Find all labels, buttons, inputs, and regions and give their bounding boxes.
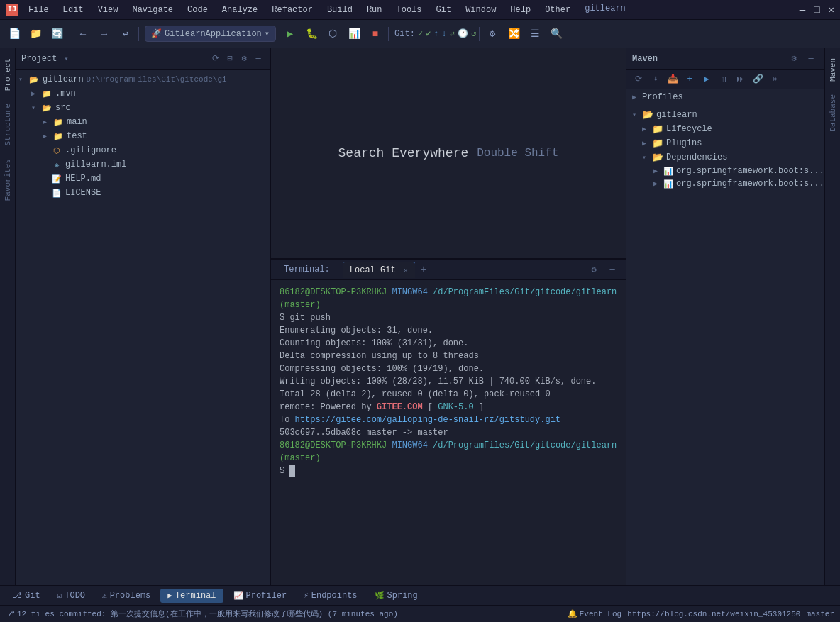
- menu-edit[interactable]: Edit: [57, 4, 89, 16]
- terminal-content[interactable]: 86182@DESKTOP-P3KRHKJ MINGW64 /d/Program…: [271, 280, 626, 585]
- new-file-button[interactable]: 📄: [4, 24, 24, 44]
- local-git-tab[interactable]: Local Git ✕: [343, 262, 415, 278]
- tree-gitignore[interactable]: ▶ ⬡ .gitignore: [16, 143, 270, 157]
- maven-plugins[interactable]: ▶ 📁 Plugins: [626, 136, 824, 150]
- maven-profiles-item[interactable]: ▶ Profiles: [626, 89, 824, 105]
- bottom-tab-git[interactable]: ⎇ Git: [6, 589, 48, 603]
- menu-code[interactable]: Code: [182, 4, 214, 16]
- panel-collapse-icon[interactable]: ⊟: [223, 52, 236, 65]
- maven-download-icon[interactable]: ⬇: [648, 72, 663, 87]
- forward-button[interactable]: →: [94, 24, 114, 44]
- maven-dep-1[interactable]: ▶ 📊 org.springframework.boot:s...: [626, 165, 824, 177]
- maven-skip-icon[interactable]: ⏭: [733, 72, 748, 87]
- event-log-item[interactable]: 🔔 Event Log: [568, 609, 621, 618]
- tasks-button[interactable]: ☰: [525, 24, 545, 44]
- maven-more-icon[interactable]: »: [767, 72, 783, 87]
- profile-button[interactable]: 📊: [344, 24, 364, 44]
- maven-refresh-icon[interactable]: ⟳: [631, 72, 646, 87]
- menu-analyze[interactable]: Analyze: [216, 4, 263, 16]
- maximize-button[interactable]: □: [814, 4, 819, 16]
- close-button[interactable]: ✕: [829, 4, 834, 16]
- sidebar-database-label[interactable]: Database: [827, 90, 839, 136]
- open-button[interactable]: 📁: [26, 24, 45, 44]
- maven-dep-2[interactable]: ▶ 📊 org.springframework.boot:s...: [626, 177, 824, 190]
- tree-src[interactable]: ▾ 📂 src: [16, 101, 270, 115]
- maven-download-sources-icon[interactable]: 📥: [665, 72, 680, 87]
- plugins-arrow: ▶: [642, 139, 652, 148]
- bottom-tab-todo[interactable]: ☑ TODO: [50, 589, 92, 603]
- maven-settings-icon[interactable]: ⚙: [786, 51, 802, 67]
- search-everywhere-btn[interactable]: 🔍: [546, 24, 566, 44]
- terminal-minimize-icon[interactable]: —: [604, 262, 620, 277]
- bottom-tab-endpoints[interactable]: ⚡ Endpoints: [297, 589, 364, 603]
- git-pull-icon[interactable]: ↓: [442, 29, 447, 39]
- git-rollback-icon[interactable]: ↺: [471, 28, 476, 39]
- minimize-button[interactable]: —: [800, 4, 805, 16]
- tree-main[interactable]: ▶ 📁 main: [16, 115, 270, 129]
- debug-button[interactable]: 🐛: [302, 24, 321, 44]
- bottom-tab-spring[interactable]: 🌿 Spring: [368, 589, 425, 603]
- project-dropdown-icon[interactable]: ▾: [64, 55, 68, 63]
- tree-test[interactable]: ▶ 📁 test: [16, 129, 270, 143]
- git-check-icon[interactable]: ✓: [418, 28, 423, 39]
- sidebar-project-label[interactable]: Project: [2, 54, 13, 95]
- panel-close-icon[interactable]: —: [252, 52, 265, 65]
- maven-run-icon[interactable]: ▶: [699, 72, 714, 87]
- revert-button[interactable]: ↩: [116, 24, 136, 44]
- tree-root[interactable]: ▾ 📂 gitlearn D:\ProgramFiles\Git\gitcode…: [16, 72, 270, 87]
- terminal-settings-icon[interactable]: ⚙: [586, 262, 602, 277]
- bottom-tab-profiler[interactable]: 📈 Profiler: [226, 589, 294, 603]
- maven-project-root[interactable]: ▾ 📂 gitlearn: [626, 108, 824, 122]
- project-selector[interactable]: 🚀 GitlearnApplication ▾: [145, 26, 276, 42]
- stop-button[interactable]: ■: [365, 24, 385, 44]
- main-arrow-icon: ▶: [43, 118, 52, 126]
- menu-other[interactable]: Other: [539, 4, 576, 16]
- status-branch[interactable]: master: [806, 610, 834, 618]
- menu-build[interactable]: Build: [321, 4, 358, 16]
- menu-git[interactable]: Git: [431, 4, 458, 16]
- tree-mvn[interactable]: ▶ 📁 .mvn: [16, 87, 270, 101]
- bottom-tab-terminal[interactable]: ▶ Terminal: [160, 589, 223, 603]
- menu-navigate[interactable]: Navigate: [126, 4, 179, 16]
- tree-help[interactable]: ▶ 📝 HELP.md: [16, 172, 270, 186]
- git-fetch-icon[interactable]: ⇄: [450, 28, 455, 39]
- git-push-icon[interactable]: ↑: [433, 29, 438, 39]
- bottom-tab-problems[interactable]: ⚠ Problems: [95, 589, 158, 603]
- maven-dependencies[interactable]: ▾ 📂 Dependencies: [626, 150, 824, 165]
- run-button[interactable]: ▶: [280, 24, 300, 44]
- sidebar-structure-label[interactable]: Structure: [2, 99, 13, 150]
- sidebar-maven-label[interactable]: Maven: [827, 54, 839, 86]
- menu-file[interactable]: File: [23, 4, 55, 16]
- menu-window[interactable]: Window: [460, 4, 502, 16]
- add-tab-button[interactable]: +: [421, 264, 426, 275]
- status-url[interactable]: https://blog.csdn.net/weixin_45301250: [627, 610, 800, 618]
- menu-view[interactable]: View: [92, 4, 124, 16]
- maven-add-icon[interactable]: +: [682, 72, 697, 87]
- maven-m-icon[interactable]: m: [716, 72, 731, 87]
- git-checkmark-icon[interactable]: ✔: [426, 28, 431, 39]
- maven-lifecycle[interactable]: ▶ 📁 Lifecycle: [626, 122, 824, 136]
- panel-settings-icon[interactable]: ⚙: [238, 52, 250, 65]
- menu-tools[interactable]: Tools: [391, 4, 428, 16]
- sync-button[interactable]: 🔄: [47, 24, 67, 44]
- settings-button[interactable]: ⚙: [482, 24, 502, 44]
- vcs-button[interactable]: 🔀: [504, 24, 524, 44]
- tab-close-icon[interactable]: ✕: [404, 267, 408, 274]
- menu-help[interactable]: Help: [504, 4, 536, 16]
- term-repo-link[interactable]: https://gitee.com/galloping-de-snail-rz/…: [295, 415, 560, 425]
- spring-tab-icon: 🌿: [375, 591, 385, 600]
- menu-refactor[interactable]: Refactor: [266, 4, 319, 16]
- maven-minimize-icon[interactable]: —: [803, 51, 819, 67]
- tree-license[interactable]: ▶ 📄 LICENSE: [16, 186, 270, 200]
- bottom-toolbar: ⎇ Git ☑ TODO ⚠ Problems ▶ Terminal 📈 Pro…: [0, 585, 840, 605]
- panel-sync-icon[interactable]: ⟳: [209, 52, 222, 65]
- tree-iml[interactable]: ▶ ◈ gitlearn.iml: [16, 157, 270, 172]
- sidebar-favorites-label[interactable]: Favorites: [2, 155, 13, 205]
- coverage-button[interactable]: ⬡: [323, 24, 343, 44]
- menu-run[interactable]: Run: [361, 4, 388, 16]
- git-history-icon[interactable]: 🕐: [458, 28, 468, 39]
- maven-link-icon[interactable]: 🔗: [750, 72, 766, 87]
- terminal-tab-label: Terminal: [175, 591, 216, 601]
- back-button[interactable]: ←: [73, 24, 93, 44]
- plugins-folder-icon: 📁: [652, 138, 663, 149]
